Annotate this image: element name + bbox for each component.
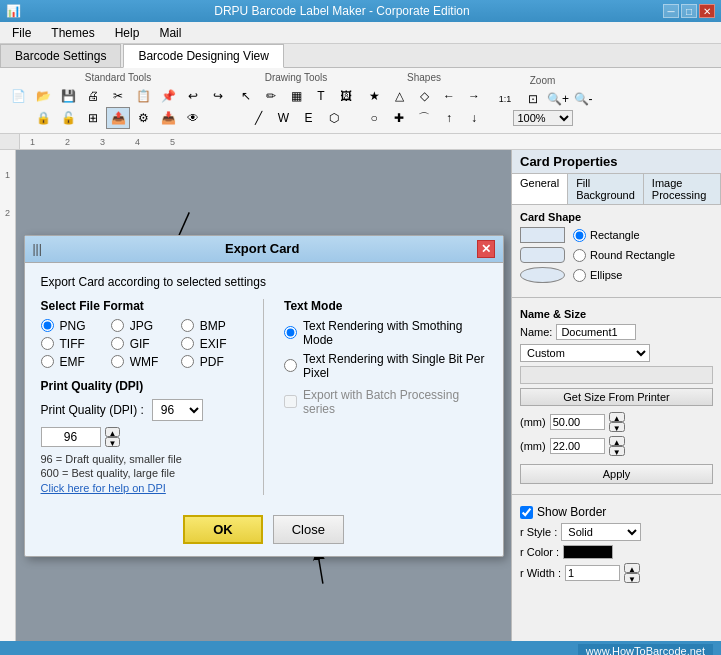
redo-btn[interactable]: ↪	[206, 85, 230, 107]
draw-pencil[interactable]: ✏	[259, 85, 283, 107]
grid-btn[interactable]: ⊞	[81, 107, 105, 129]
draw-text[interactable]: T	[309, 85, 333, 107]
shape-arrow-u[interactable]: ↑	[437, 107, 461, 129]
text-mode-single-bit[interactable]: Text Rendering with Single Bit Per Pixel	[284, 352, 487, 380]
panel-tab-image[interactable]: Image Processing	[644, 174, 721, 204]
menu-themes[interactable]: Themes	[47, 25, 98, 41]
ruler-horizontal: 12345	[0, 134, 721, 150]
zoom-11[interactable]: 1:1	[490, 88, 520, 110]
draw-image[interactable]: 🖼	[334, 85, 358, 107]
width-down[interactable]: ▼	[609, 422, 625, 432]
zoom-fit[interactable]: ⊡	[521, 88, 545, 110]
shape-arrow-l[interactable]: ←	[437, 85, 461, 107]
height-up[interactable]: ▲	[609, 436, 625, 446]
text-mode-smoothing[interactable]: Text Rendering with Smothing Mode	[284, 319, 487, 347]
tab-barcode-designing[interactable]: Barcode Designing View	[123, 44, 284, 68]
border-color-swatch[interactable]	[563, 545, 613, 559]
dpi-note1: 96 = Draft quality, smaller file	[41, 453, 244, 465]
tab-barcode-settings[interactable]: Barcode Settings	[0, 44, 121, 67]
lock-btn[interactable]: 🔒	[31, 107, 55, 129]
border-style-select[interactable]: Solid Dashed	[561, 523, 641, 541]
width-input[interactable]	[550, 414, 605, 430]
draw-stamp[interactable]: ⬡	[322, 107, 346, 129]
draw-barcode[interactable]: ▦	[284, 85, 308, 107]
zoom-in[interactable]: 🔍+	[546, 88, 570, 110]
title-bar-text: DRPU Barcode Label Maker - Corporate Edi…	[214, 4, 469, 18]
border-width-input[interactable]	[565, 565, 620, 581]
size-preset-select[interactable]: Custom A4 Letter	[520, 344, 650, 362]
shape-ellipse-option[interactable]: Ellipse	[573, 269, 622, 282]
draw-line[interactable]: ╱	[247, 107, 271, 129]
modal-ok-button[interactable]: OK	[183, 515, 263, 544]
title-bar-icon: 📊	[6, 4, 21, 18]
format-wmf[interactable]: WMF	[111, 355, 173, 369]
batch-export-checkbox[interactable]	[284, 395, 297, 408]
apply-btn[interactable]: Apply	[520, 464, 713, 484]
format-pdf[interactable]: PDF	[181, 355, 243, 369]
modal-divider	[263, 299, 264, 495]
draw-excel[interactable]: E	[297, 107, 321, 129]
save-btn[interactable]: 💾	[56, 85, 80, 107]
export-btn[interactable]: 📤	[106, 107, 130, 129]
zoom-select[interactable]: 100%	[513, 110, 573, 126]
menu-file[interactable]: File	[8, 25, 35, 41]
preview-btn[interactable]: 👁	[181, 107, 205, 129]
shape-cross[interactable]: ✚	[387, 107, 411, 129]
copy-btn[interactable]: 📋	[131, 85, 155, 107]
name-input[interactable]	[556, 324, 636, 340]
open-btn[interactable]: 📂	[31, 85, 55, 107]
shape-arc[interactable]: ⌒	[412, 107, 436, 129]
format-png[interactable]: PNG	[41, 319, 103, 333]
menu-mail[interactable]: Mail	[155, 25, 185, 41]
show-border-checkbox[interactable]	[520, 506, 533, 519]
get-size-printer-btn[interactable]: Get Size From Printer	[520, 388, 713, 406]
draw-select[interactable]: ↖	[234, 85, 258, 107]
panel-tab-general[interactable]: General	[512, 174, 568, 204]
unlock-btn[interactable]: 🔓	[56, 107, 80, 129]
shape-circle[interactable]: ○	[362, 107, 386, 129]
zoom-out[interactable]: 🔍-	[571, 88, 595, 110]
shape-diamond[interactable]: ◇	[412, 85, 436, 107]
dpi-help-link[interactable]: Click here for help on DPI	[41, 482, 166, 494]
shape-arrow-r[interactable]: →	[462, 85, 486, 107]
minimize-button[interactable]: ─	[663, 4, 679, 18]
ruler-h-marks: 12345	[20, 134, 721, 149]
width-up[interactable]: ▲	[609, 412, 625, 422]
close-button[interactable]: ✕	[699, 4, 715, 18]
border-width-up[interactable]: ▲	[624, 563, 640, 573]
shape-rect-label: Rectangle	[590, 229, 640, 241]
border-width-down[interactable]: ▼	[624, 573, 640, 583]
height-input[interactable]	[550, 438, 605, 454]
shape-triangle[interactable]: △	[387, 85, 411, 107]
panel-tab-fill[interactable]: Fill Background	[568, 174, 644, 204]
shape-rect-option[interactable]: Rectangle	[573, 229, 640, 242]
format-emf[interactable]: EMF	[41, 355, 103, 369]
maximize-button[interactable]: □	[681, 4, 697, 18]
shape-star[interactable]: ★	[362, 85, 386, 107]
format-jpg[interactable]: JPG	[111, 319, 173, 333]
draw-word[interactable]: W	[272, 107, 296, 129]
modal-close-button2[interactable]: Close	[273, 515, 344, 544]
format-bmp[interactable]: BMP	[181, 319, 243, 333]
cut-btn[interactable]: ✂	[106, 85, 130, 107]
format-gif[interactable]: GIF	[111, 337, 173, 351]
format-tiff[interactable]: TIFF	[41, 337, 103, 351]
undo-btn[interactable]: ↩	[181, 85, 205, 107]
format-exif[interactable]: EXIF	[181, 337, 243, 351]
height-down[interactable]: ▼	[609, 446, 625, 456]
print-btn[interactable]: 🖨	[81, 85, 105, 107]
modal-close-button[interactable]: ✕	[477, 240, 495, 258]
shape-round-option[interactable]: Round Rectangle	[573, 249, 675, 262]
paste-btn[interactable]: 📌	[156, 85, 180, 107]
prop-btn[interactable]: ⚙	[131, 107, 155, 129]
text-mode-smoothing-label: Text Rendering with Smothing Mode	[303, 319, 487, 347]
shape-arrow-d[interactable]: ↓	[462, 107, 486, 129]
dpi-select[interactable]: 96 150 300 600	[152, 399, 203, 421]
shape-rect-preview	[520, 227, 565, 243]
new-btn[interactable]: 📄	[6, 85, 30, 107]
menu-help[interactable]: Help	[111, 25, 144, 41]
dpi-down[interactable]: ▼	[105, 437, 121, 447]
import-btn[interactable]: 📥	[156, 107, 180, 129]
dpi-up[interactable]: ▲	[105, 427, 121, 437]
dpi-display[interactable]	[41, 427, 101, 447]
